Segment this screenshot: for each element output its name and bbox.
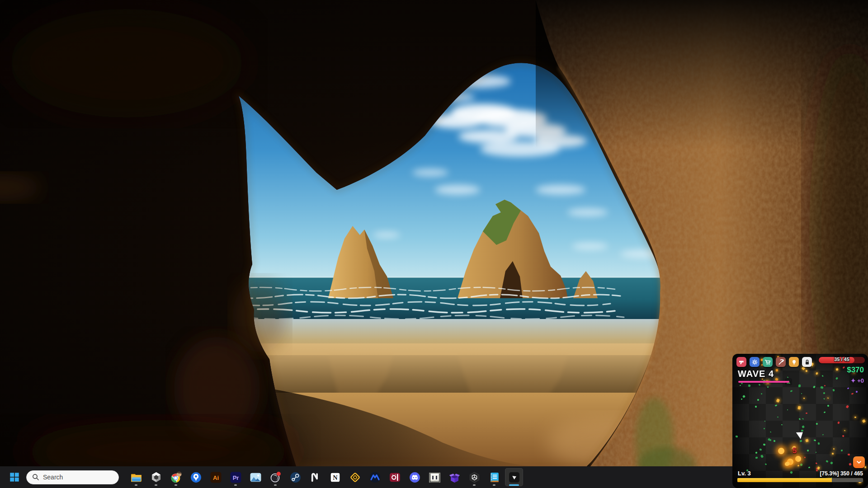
taskbar-icon-purple-box-app[interactable]: [445, 468, 463, 486]
taskbar-icon-recorder-app[interactable]: [386, 468, 404, 486]
collapse-button[interactable]: [853, 456, 865, 468]
particle: [807, 450, 809, 452]
pickaxe-icon: [778, 359, 784, 366]
taskbar-icon-pixel-notepad[interactable]: [485, 468, 503, 486]
particle: [748, 384, 751, 387]
steam-icon: [289, 471, 302, 483]
search-box[interactable]: [26, 470, 119, 484]
taskbar-icon-unity-editor[interactable]: [465, 468, 483, 486]
taskbar-icon-nordvpn[interactable]: [366, 468, 384, 486]
start-button[interactable]: [5, 468, 24, 486]
taskbar-icon-unity-hub[interactable]: [147, 468, 165, 486]
particle: [821, 375, 824, 377]
windows-logo-icon: [9, 472, 20, 483]
particle: [837, 421, 840, 424]
particle: [801, 366, 805, 371]
particle: [735, 435, 737, 437]
particle: [823, 392, 825, 394]
taskbar-icon-steam[interactable]: [286, 468, 304, 486]
chrome-icon: [170, 471, 182, 483]
particle: [767, 386, 769, 388]
desktop: AiPrN 5 35 / 45 $370 ✦ +0 WAVE 4 Lv. 3 […: [0, 0, 868, 488]
bonus-counter: ✦ +0: [851, 377, 864, 384]
search-input[interactable]: [43, 474, 106, 481]
level-label: Lv. 3: [738, 470, 751, 477]
particle: [763, 443, 766, 446]
damage-number: 5: [793, 446, 797, 455]
running-indicator: [135, 484, 137, 486]
particle: [841, 450, 843, 452]
particle: [777, 417, 778, 418]
particle: [833, 448, 835, 450]
taskbar-icon-premiere[interactable]: Pr: [226, 468, 245, 486]
particle: [776, 369, 778, 372]
particle: [741, 398, 742, 400]
particle: [835, 377, 839, 380]
taskbar-icon-aseprite[interactable]: [425, 468, 443, 486]
game-bulb-button[interactable]: [789, 357, 799, 367]
particle: [790, 390, 793, 392]
particle: [822, 434, 824, 436]
svg-text:Pr: Pr: [232, 474, 239, 481]
particle: [777, 447, 785, 455]
particle: [781, 424, 783, 425]
xp-bar: [737, 478, 863, 482]
game-weapon-button[interactable]: [736, 357, 746, 367]
particle: [821, 386, 824, 389]
taskbar-icon-pin-app[interactable]: [187, 468, 205, 486]
particle: [755, 406, 757, 408]
particle: [740, 385, 741, 386]
game-window[interactable]: 5 35 / 45 $370 ✦ +0 WAVE 4 Lv. 3 [75.3%]…: [732, 354, 868, 488]
xp-fill: [737, 478, 832, 482]
running-indicator: [234, 484, 237, 486]
particle: [770, 431, 772, 433]
money-counter: $370: [847, 366, 864, 375]
player-character: [796, 431, 804, 440]
lock-icon: [804, 359, 811, 366]
running-indicator: [473, 484, 476, 486]
diamond-app-icon: [349, 471, 361, 483]
svg-text:Ai: Ai: [213, 474, 219, 481]
taskbar-icon-survivors-game[interactable]: [505, 468, 523, 486]
taskbar-icon-n-app[interactable]: [306, 468, 324, 486]
particle: [823, 412, 825, 413]
chevron-down-icon: [855, 459, 863, 466]
purple-box-app-icon: [448, 471, 461, 483]
taskbar-icon-obs-studio[interactable]: [266, 468, 284, 486]
particle: [795, 456, 802, 462]
game-toolbar: [736, 357, 812, 367]
svg-text:N: N: [333, 474, 338, 481]
bulb-icon: [791, 359, 797, 366]
cart-icon: [764, 359, 771, 366]
wave-progress-bar: [738, 381, 789, 383]
n-app-icon: [309, 471, 321, 483]
particle: [814, 439, 816, 441]
particle: [842, 435, 845, 437]
game-pickaxe-button[interactable]: [776, 357, 786, 367]
particle: [816, 469, 818, 472]
taskbar-pinned-apps: AiPrN: [127, 468, 523, 486]
taskbar-icon-chrome[interactable]: [167, 468, 185, 486]
particle: [835, 368, 839, 371]
taskbar-icon-diamond-app[interactable]: [346, 468, 364, 486]
sparkle-icon: ✦: [851, 377, 856, 384]
nordvpn-icon: [369, 471, 381, 483]
game-gear-button[interactable]: [750, 357, 760, 367]
particle: [761, 393, 763, 395]
taskbar-icon-discord[interactable]: [406, 468, 424, 486]
premiere-icon: Pr: [230, 471, 242, 483]
particle: [806, 370, 808, 372]
particle: [801, 393, 802, 394]
taskbar-icon-illustrator[interactable]: Ai: [207, 468, 225, 486]
particle: [797, 465, 800, 466]
particle: [844, 430, 846, 431]
particle: [787, 409, 788, 411]
taskbar-icon-notion[interactable]: N: [326, 468, 344, 486]
running-indicator: [274, 484, 277, 486]
taskbar-icon-photos-app[interactable]: [246, 468, 264, 486]
game-cart-button[interactable]: [763, 357, 773, 367]
taskbar-icon-file-explorer[interactable]: [127, 468, 145, 486]
game-lock-button[interactable]: [802, 357, 812, 367]
particle: [798, 385, 801, 388]
particle: [798, 418, 801, 420]
